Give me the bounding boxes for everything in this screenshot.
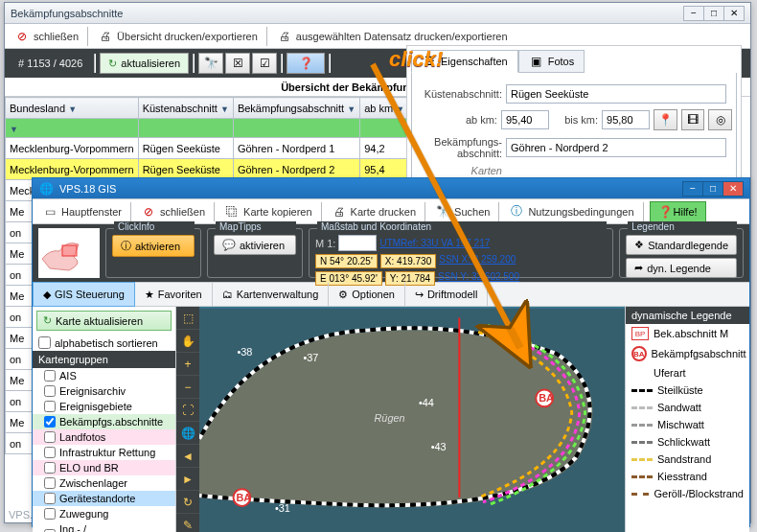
map-group-item[interactable]: Zuwegung [33, 506, 175, 521]
x-readout: X: 419.730 [380, 254, 436, 268]
ssnx-link[interactable]: SSN X: 8.259.200 [439, 254, 516, 268]
karten-label: Karten [416, 165, 502, 176]
kuesten-input[interactable] [506, 84, 726, 104]
scale-input[interactable] [338, 235, 377, 251]
gis-tab[interactable]: ★Favoriten [135, 283, 213, 306]
refresh-map-button[interactable]: ↻Karte aktualisieren [36, 311, 172, 331]
gis-close-button[interactable]: ⊘schließen [137, 202, 209, 221]
click-annotation: click! [389, 47, 443, 72]
map-canvas[interactable]: •38 •37 •44 •43 Rügen BA BA •31 [199, 307, 625, 532]
binoculars-button[interactable]: 🔭 [198, 53, 223, 74]
biskm-input[interactable] [602, 110, 650, 129]
std-legend-button[interactable]: ❖Standardlegende [626, 235, 737, 255]
tool-globe[interactable]: 🌐 [176, 422, 199, 445]
column-header[interactable]: Bekämpfungsabschnitt ▼ [233, 98, 359, 119]
refresh-icon: ↻ [108, 58, 117, 70]
gis-close[interactable]: ✕ [723, 181, 744, 197]
print-all-button[interactable]: 🖨Übersicht drucken/exportieren [94, 27, 262, 46]
gis-tab[interactable]: ⚙Optionen [329, 283, 405, 306]
abkm-input[interactable] [501, 110, 549, 129]
map-group-item[interactable]: ELO und BR [33, 460, 175, 475]
column-header[interactable]: Küstenabschnitt ▼ [138, 98, 233, 119]
check-button[interactable]: ☑ [252, 53, 277, 74]
print-icon: 🖨 [98, 29, 113, 44]
copy-icon: ⿻ [224, 204, 240, 220]
tool-zoomout[interactable]: − [176, 376, 199, 399]
svg-text:BA: BA [539, 392, 554, 404]
gis-maximize[interactable]: □ [702, 181, 723, 197]
clickinfo-activate[interactable]: ⓘaktivieren [112, 235, 195, 257]
tooltip-icon: 💬 [222, 239, 236, 251]
print-selected-button[interactable]: 🖨ausgewählten Datensatz drucken/exportie… [273, 27, 512, 46]
gis-minimize[interactable]: − [682, 181, 703, 197]
tab-fotos[interactable]: ▣Fotos [518, 50, 585, 73]
map-group-item[interactable]: Landfotos [33, 429, 175, 445]
svg-text:Rügen: Rügen [375, 412, 405, 424]
map-group-item[interactable]: Ereignisgebiete [33, 399, 175, 414]
kuesten-label: Küstenabschnitt: [416, 88, 502, 100]
close-window-button[interactable]: ✕ [723, 6, 745, 21]
print-map-button[interactable]: 🖨Karte drucken [328, 202, 420, 221]
target-button[interactable]: ◎ [708, 109, 732, 130]
table-row[interactable]: Mecklenburg-VorpommernRügen SeeküsteGöhr… [6, 138, 409, 159]
bekabs-input[interactable] [506, 138, 726, 157]
hauptfenster-button[interactable]: ▭Hauptfenster [38, 202, 126, 221]
overview-map[interactable] [38, 228, 100, 278]
sort-checkbox[interactable] [38, 336, 51, 349]
column-header[interactable]: ab km ▼ [360, 98, 409, 119]
search-button[interactable]: 🔭Suchen [431, 202, 493, 221]
column-header[interactable]: Bundesland ▼ [6, 98, 139, 119]
tool-back[interactable]: ◄ [176, 445, 199, 468]
separator [266, 26, 268, 47]
clear-button[interactable]: ☒ [225, 53, 250, 74]
map-group-item[interactable]: Bekämpfgs.abschnitte [33, 414, 175, 429]
print-icon: 🖨 [277, 29, 292, 44]
binoculars-icon: 🔭 [435, 204, 450, 220]
help-icon: ❓ [658, 204, 674, 220]
map-group-item[interactable]: Ing.- / Schutzbauwerke [33, 521, 175, 532]
rules-button[interactable]: ⓘNutzungsbedingungen [505, 202, 637, 221]
svg-text:•38: •38 [237, 346, 252, 358]
gis-title: VPS.18 GIS [59, 183, 677, 195]
map-group-item[interactable]: Gerätestandorte [33, 491, 175, 506]
tool-zoomin[interactable]: + [176, 353, 199, 376]
legend-item: Kiesstrand [626, 468, 749, 485]
gis-tab[interactable]: 🗂Kartenverwaltung [213, 283, 330, 306]
legend-item: Mischwatt [626, 416, 749, 433]
svg-text:•31: •31 [275, 502, 290, 514]
gis-tab[interactable]: ↪Driftmodell [405, 283, 489, 306]
locate-button[interactable]: 📍 [654, 109, 677, 130]
refresh-button[interactable]: ↻aktualisieren [100, 53, 189, 74]
funnel-icon[interactable]: ▼ [10, 125, 18, 134]
tool-refresh[interactable]: ↻ [176, 491, 199, 514]
utm-link[interactable]: UTMRef: 33U VA 197 217 [379, 238, 490, 248]
tool-fwd[interactable]: ► [176, 468, 199, 491]
legend-item: Geröll-/Blockstrand [626, 485, 749, 502]
biskm-label: bis km: [553, 114, 598, 126]
map-group-item[interactable]: AIS [33, 368, 175, 383]
tool-fit[interactable]: ⛶ [176, 399, 199, 422]
legend-item: Schlickwatt [626, 433, 749, 451]
legend-item: Uferart [626, 364, 749, 382]
svg-text:•44: •44 [419, 397, 434, 408]
map-group-item[interactable]: Ereignisarchiv [33, 383, 175, 399]
close-icon: ⊘ [141, 204, 156, 220]
window-icon: ▭ [42, 204, 57, 220]
tool-hand[interactable]: ✋ [176, 330, 199, 353]
map-group-item[interactable]: Infrastruktur Rettung [33, 445, 175, 460]
gis-tab[interactable]: ◆GIS Steuerung [33, 282, 135, 307]
tool-draw[interactable]: ✎ [176, 514, 199, 532]
film-button[interactable]: 🎞 [681, 109, 705, 130]
maptipps-activate[interactable]: 💬aktivieren [214, 235, 296, 255]
map-group-item[interactable]: Zwischenlager [33, 475, 175, 491]
help-button[interactable]: ❓Hilfe! [650, 201, 706, 222]
dyn-legend-button[interactable]: ➦dyn. Legende [626, 258, 737, 278]
help-button[interactable]: ❓ [287, 53, 325, 74]
legend-item: Sandstrand [626, 451, 749, 468]
minimize-button[interactable]: − [683, 6, 704, 21]
copy-map-button[interactable]: ⿻Karte kopieren [220, 202, 316, 221]
tool-select[interactable]: ⬚ [176, 307, 199, 330]
maximize-button[interactable]: □ [703, 6, 724, 21]
close-button[interactable]: ⊘schließen [11, 27, 82, 46]
legend-item: BABekämpfgsabschnitt [626, 343, 749, 364]
